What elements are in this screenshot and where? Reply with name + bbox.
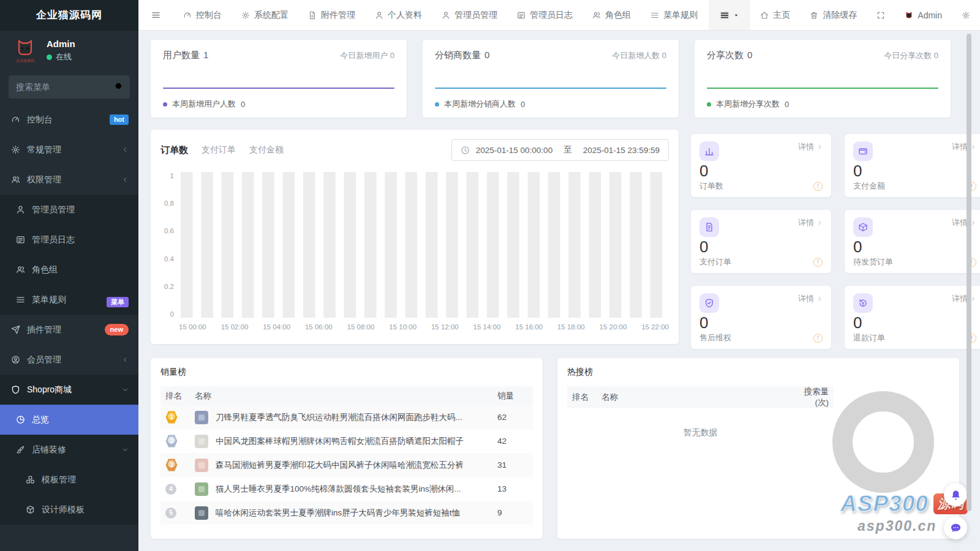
nav-tab-label: 角色组 <box>605 10 631 21</box>
nav-tab-admin-log[interactable]: 管理员日志 <box>507 0 582 30</box>
detail-link[interactable]: 详情 <box>952 141 976 152</box>
sales-value: 62 <box>492 405 533 429</box>
sidebar-item-shop-decorate[interactable]: 店铺装修 <box>0 435 138 465</box>
nav-tab-menu-rule[interactable]: 菜单规则 <box>641 0 707 30</box>
nav-tabs: 控制台 系统配置 附件管理 个人资料 管理员管理 管理员日志 角色组 菜单规则 <box>173 0 707 30</box>
detail-link[interactable]: 详情 <box>952 217 976 228</box>
cube-icon <box>26 505 35 514</box>
info-icon[interactable] <box>813 334 823 343</box>
detail-link[interactable]: 详情 <box>798 293 823 304</box>
mini-card-refund: 详情 0 退款订单 <box>845 286 980 349</box>
x-tick: 15 02:00 <box>221 323 249 331</box>
clock-icon <box>461 146 470 155</box>
nav-clear-cache-button[interactable]: 清除缓存 <box>800 0 867 30</box>
nav-tab-dashboard[interactable]: 控制台 <box>173 0 232 30</box>
stat-title: 分销商数量0 <box>435 50 489 61</box>
sidebar-item-label: 插件管理 <box>27 324 98 335</box>
hamburger-icon <box>151 10 161 20</box>
sidebar-item-menu-rule[interactable]: 菜单规则 菜单 <box>0 285 138 315</box>
chat-fab[interactable] <box>944 516 967 539</box>
sidebar-item-role-group[interactable]: 角色组 <box>0 255 138 285</box>
date-separator: 至 <box>559 144 577 156</box>
table-row[interactable]: 5 嘻哈休闲运动套装男士夏季潮牌ins胖子大码青少年男装短裤短袖t恤 9 <box>160 501 533 525</box>
detail-link[interactable]: 详情 <box>952 293 976 304</box>
sidebar-menu: 控制台 hot 常规管理 权限管理 管理员管理 管理员日志 角色组 <box>0 105 138 525</box>
nav-tab-role-group[interactable]: 角色组 <box>582 0 641 30</box>
sidebar-item-label: 店铺装修 <box>32 444 115 455</box>
nav-home-button[interactable]: 主页 <box>750 0 800 30</box>
stat-title: 用户数量1 <box>163 50 208 61</box>
nav-user-menu[interactable]: Admin <box>895 0 952 30</box>
date-start[interactable]: 2025-01-15 00:00:00 <box>476 146 552 155</box>
sidebar-item-general[interactable]: 常规管理 <box>0 135 138 165</box>
tab-paid-amount[interactable]: 支付金额 <box>249 144 284 156</box>
panel-title: 热搜榜 <box>567 367 949 378</box>
x-tick: 15 20:00 <box>600 323 627 331</box>
sidebar-item-admin-manage[interactable]: 管理员管理 <box>0 195 138 225</box>
nav-tab-admin-manage[interactable]: 管理员管理 <box>432 0 507 30</box>
x-tick: 15 18:00 <box>557 323 585 331</box>
notification-fab[interactable] <box>944 483 967 506</box>
detail-link[interactable]: 详情 <box>798 141 823 152</box>
sidebar-toggle-button[interactable] <box>138 0 173 30</box>
search-icon[interactable] <box>114 81 124 91</box>
info-icon[interactable] <box>813 182 823 191</box>
table-row[interactable]: 2 中国风龙图案棒球帽男潮牌休闲鸭舌帽女潮流百搭防晒遮阳太阳帽子 42 <box>160 429 533 453</box>
info-icon[interactable] <box>813 258 823 267</box>
chevron-down-icon <box>122 385 129 395</box>
nav-tab-profile[interactable]: 个人资料 <box>365 0 432 30</box>
sidebar-item-label: 控制台 <box>27 114 103 126</box>
shield-icon <box>699 293 719 313</box>
list-icon <box>16 235 25 244</box>
sidebar-item-plugin[interactable]: 插件管理 new <box>0 315 138 345</box>
sidebar-item-admin-log[interactable]: 管理员日志 <box>0 225 138 255</box>
chevron-right-icon <box>816 220 823 226</box>
nav-tab-label: 个人资料 <box>388 10 422 21</box>
sales-rank-table: 排名 名称 销量 1 刀锋男鞋夏季透气防臭飞织运动鞋男潮流百搭休闲网面跑步鞋大码… <box>160 386 533 525</box>
y-tick: 0.2 <box>164 283 174 290</box>
gauge-icon <box>11 115 20 124</box>
col-header-count: 搜索量(次) <box>793 386 834 408</box>
user-name: Admin <box>47 39 75 49</box>
tab-paid-orders[interactable]: 支付订单 <box>202 144 236 156</box>
chevron-right-icon <box>816 144 823 150</box>
search-input[interactable] <box>9 75 130 99</box>
mini-value: 0 <box>853 238 976 255</box>
user-panel: 企业猫源码 Admin 在线 <box>0 31 138 68</box>
fullscreen-button[interactable] <box>867 0 895 30</box>
vertical-scrollbar[interactable] <box>967 34 971 511</box>
sidebar-item-shopro[interactable]: Shopro商城 <box>0 375 138 405</box>
sidebar-item-overview[interactable]: 总览 <box>0 405 138 435</box>
panel-title: 销量榜 <box>160 367 533 378</box>
date-range-picker[interactable]: 2025-01-15 00:00:00 至 2025-01-15 23:59:5… <box>451 139 669 161</box>
table-row[interactable]: 1 刀锋男鞋夏季透气防臭飞织运动鞋男潮流百搭休闲网面跑步鞋大码... 62 <box>160 405 533 429</box>
sidebar-item-template-manage[interactable]: 模板管理 <box>0 465 138 495</box>
mini-card-grid: 详情 0 订单数 详情 0 支付金额 详情 0 支付订单 详情 <box>691 134 980 349</box>
table-row[interactable]: 4 猫人男士睡衣男夏季100%纯棉薄款圆领套头短袖套装男ins潮休闲... 13 <box>160 477 533 501</box>
nav-list-dropdown[interactable] <box>709 0 750 30</box>
sparkline <box>435 88 666 89</box>
brush-icon <box>16 445 25 454</box>
sidebar-item-auth[interactable]: 权限管理 <box>0 165 138 195</box>
nav-home-label: 主页 <box>773 10 790 21</box>
users-icon <box>16 265 25 274</box>
users-icon <box>11 175 20 184</box>
mini-label: 订单数 <box>699 181 723 192</box>
stat-value: 0 <box>747 50 752 60</box>
date-end[interactable]: 2025-01-15 23:59:59 <box>583 146 660 155</box>
x-tick: 15 04:00 <box>263 323 290 331</box>
stat-card-shares: 分享次数0 今日分享次数 0 本周新增分享次数0 <box>695 40 951 118</box>
x-tick: 15 08:00 <box>347 323 375 331</box>
table-row[interactable]: 3 森马国潮短裤男夏季潮印花大码中国风裤子休闲嘻哈潮流宽松五分裤 31 <box>160 453 533 477</box>
nav-tab-attachment[interactable]: 附件管理 <box>298 0 365 30</box>
sidebar-item-member[interactable]: 会员管理 <box>0 345 138 375</box>
nav-tab-system-config[interactable]: 系统配置 <box>232 0 298 30</box>
stat-week: 本周新增用户人数0 <box>163 99 394 110</box>
menu-badge: 菜单 <box>107 297 129 307</box>
sidebar-item-designer-template[interactable]: 设计师模板 <box>0 495 138 525</box>
nav-settings-button[interactable] <box>952 0 980 30</box>
sidebar-item-dashboard[interactable]: 控制台 hot <box>0 105 138 135</box>
tab-order-count[interactable]: 订单数 <box>160 144 188 156</box>
sales-value: 31 <box>492 453 533 477</box>
detail-link[interactable]: 详情 <box>798 217 823 228</box>
